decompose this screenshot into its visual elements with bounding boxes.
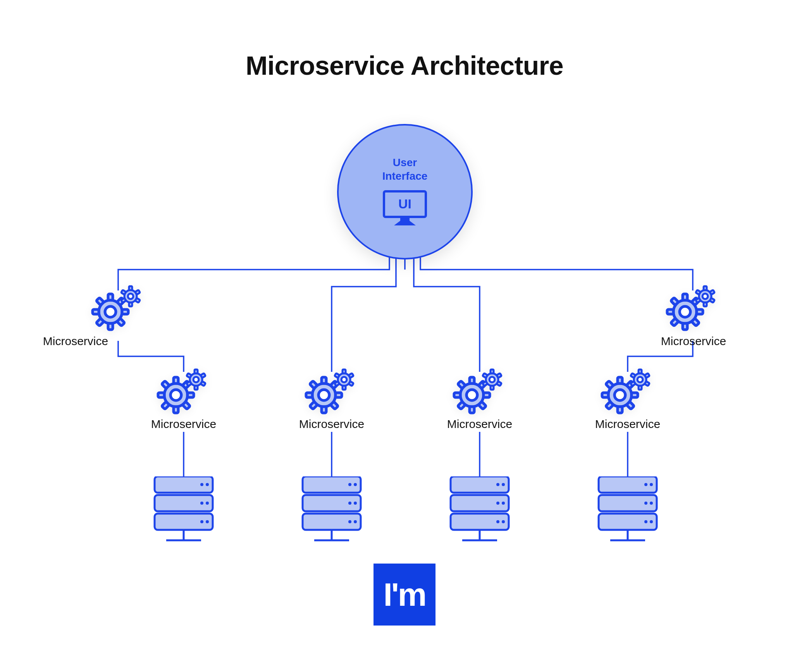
server-stack-1 <box>151 476 217 562</box>
svg-rect-49 <box>195 386 198 390</box>
svg-point-62 <box>318 390 329 400</box>
svg-rect-72 <box>470 377 474 383</box>
svg-rect-78 <box>454 393 460 397</box>
svg-rect-51 <box>186 373 191 378</box>
svg-rect-15 <box>121 290 126 295</box>
svg-rect-28 <box>704 286 707 290</box>
svg-point-80 <box>466 390 477 400</box>
svg-rect-65 <box>349 373 354 378</box>
server-stack-4 <box>595 476 661 562</box>
svg-rect-69 <box>334 373 339 378</box>
ui-label-line1: User <box>382 156 428 169</box>
svg-rect-95 <box>606 402 613 409</box>
svg-rect-33 <box>695 290 701 295</box>
svg-point-145 <box>644 502 647 505</box>
svg-rect-85 <box>491 386 494 390</box>
svg-rect-42 <box>158 393 164 397</box>
svg-rect-54 <box>322 377 326 383</box>
svg-rect-40 <box>174 407 178 413</box>
microservice-bottom-4-gears <box>601 368 655 414</box>
svg-point-70 <box>341 377 347 382</box>
microservice-top-right-gears <box>666 285 720 331</box>
gear-icon <box>91 285 145 331</box>
svg-rect-59 <box>310 402 317 409</box>
svg-rect-46 <box>195 370 198 373</box>
svg-rect-109 <box>155 514 213 530</box>
svg-rect-87 <box>482 373 487 378</box>
svg-rect-108 <box>155 495 213 511</box>
svg-rect-31 <box>704 302 707 306</box>
svg-point-125 <box>348 520 351 523</box>
svg-rect-43 <box>162 381 169 388</box>
server-stack-2 <box>299 476 365 562</box>
svg-rect-68 <box>334 382 339 386</box>
svg-point-110 <box>200 483 203 486</box>
microservice-bottom-4-label: Microservice <box>585 418 670 431</box>
svg-point-137 <box>502 520 505 523</box>
microservice-top-right-label: Microservice <box>651 335 736 348</box>
svg-rect-61 <box>310 381 317 388</box>
svg-rect-13 <box>129 302 132 306</box>
gear-icon <box>666 285 720 331</box>
svg-rect-120 <box>303 514 361 530</box>
svg-rect-21 <box>692 318 699 326</box>
svg-rect-93 <box>627 402 634 409</box>
svg-rect-105 <box>630 373 635 378</box>
gear-icon <box>305 368 359 414</box>
svg-rect-41 <box>162 402 169 409</box>
svg-rect-10 <box>129 286 132 290</box>
svg-point-143 <box>644 483 647 486</box>
svg-rect-129 <box>451 476 509 493</box>
svg-rect-82 <box>491 370 494 373</box>
svg-point-88 <box>489 377 495 382</box>
svg-rect-20 <box>697 309 703 314</box>
svg-point-113 <box>206 502 209 505</box>
brand-logo: I'm <box>374 564 435 626</box>
svg-rect-107 <box>155 476 213 493</box>
svg-point-122 <box>354 483 357 486</box>
server-icon <box>447 476 513 554</box>
svg-rect-94 <box>618 407 622 413</box>
svg-rect-48 <box>201 382 206 386</box>
svg-rect-18 <box>683 294 687 300</box>
microservice-top-left-gears <box>91 285 145 331</box>
gear-icon <box>453 368 507 414</box>
svg-rect-103 <box>639 386 642 390</box>
ui-icon-text: UI <box>398 196 411 211</box>
svg-rect-131 <box>451 514 509 530</box>
svg-rect-30 <box>710 298 715 303</box>
gear-icon <box>157 368 211 414</box>
microservice-bottom-3-gears <box>453 368 507 414</box>
diagram-title: Microservice Architecture <box>0 50 809 81</box>
ui-node-label: User Interface <box>382 156 428 183</box>
gear-icon <box>601 368 655 414</box>
svg-rect-118 <box>303 476 361 493</box>
svg-rect-101 <box>645 373 650 378</box>
svg-rect-77 <box>458 402 465 409</box>
svg-point-98 <box>614 390 625 400</box>
svg-rect-74 <box>484 393 490 397</box>
microservice-bottom-2-label: Microservice <box>289 418 374 431</box>
svg-rect-12 <box>135 298 140 303</box>
svg-rect-102 <box>645 382 650 386</box>
monitor-icon: UI <box>382 189 428 228</box>
svg-point-132 <box>496 483 499 486</box>
svg-point-106 <box>637 377 643 382</box>
svg-rect-92 <box>632 393 638 397</box>
svg-rect-38 <box>188 393 194 397</box>
svg-point-121 <box>348 483 351 486</box>
microservice-bottom-3-label: Microservice <box>437 418 522 431</box>
server-icon <box>595 476 661 554</box>
svg-rect-64 <box>343 370 346 373</box>
svg-rect-130 <box>451 495 509 511</box>
svg-rect-24 <box>667 309 673 314</box>
svg-rect-7 <box>108 294 113 300</box>
svg-rect-22 <box>683 323 687 330</box>
svg-rect-36 <box>174 377 178 383</box>
svg-rect-67 <box>343 386 346 390</box>
microservice-bottom-1-gears <box>157 368 211 414</box>
svg-rect-11 <box>135 290 140 295</box>
svg-point-136 <box>496 520 499 523</box>
svg-point-8 <box>105 306 116 317</box>
svg-rect-66 <box>349 382 354 386</box>
